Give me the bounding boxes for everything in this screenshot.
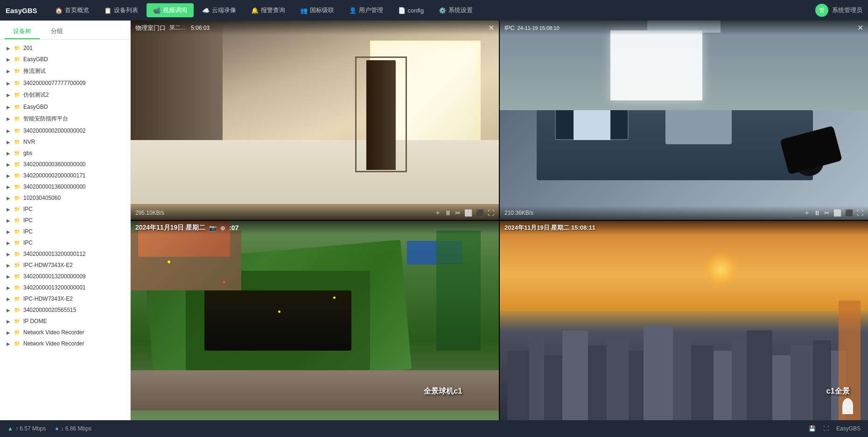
close-video-2[interactable]: ✕ <box>857 23 863 32</box>
folder-icon: 📁 <box>14 240 21 246</box>
tree-item[interactable]: ▶ 📁 102030405060 <box>0 192 130 204</box>
tree-item[interactable]: ▶ 📁 IPC <box>0 237 130 248</box>
folder-icon: 📁 <box>14 274 21 280</box>
nav-video[interactable]: 📹 视频调阅 <box>147 3 194 17</box>
nav-devices[interactable]: 📋 设备列表 <box>98 3 145 17</box>
video-cell-2: IPC24-11-19 15:08:10 ✕ 210.36KB/s ＋ ⏸ ✂ … <box>500 21 868 220</box>
topnav: EasyGBS 🏠 首页概览 📋 设备列表 📹 视频调阅 ☁️ 云端录像 🔔 报… <box>0 0 868 21</box>
tree-item[interactable]: ▶ 📁 IPC <box>0 215 130 226</box>
tree-arrow: ▶ <box>7 81 12 86</box>
fullscreen-icon-2[interactable]: ⛶ <box>857 209 863 217</box>
tree-arrow: ▶ <box>7 308 12 313</box>
tree-item[interactable]: ▶ 📁 IP DOME <box>0 316 130 327</box>
folder-icon: 📁 <box>14 162 21 168</box>
nav-settings[interactable]: ⚙️ 系统设置 <box>432 3 479 17</box>
tab-device-tree[interactable]: 设备树 <box>5 24 40 39</box>
tree-item-label: 34020000003600000000 <box>23 161 85 168</box>
tree-item[interactable]: ▶ 📁 IPC <box>0 226 130 237</box>
fullscreen-icon-1[interactable]: ⛶ <box>488 209 494 217</box>
save-icon[interactable]: 💾 <box>809 425 816 432</box>
tree-arrow: ▶ <box>7 46 12 51</box>
video-bg-2 <box>500 21 868 220</box>
video-cell-3: 2024年11月19日 星期二 📷 ⊕ :07 全景球机c1 <box>131 221 499 420</box>
tree-item-label: IPC-HDW7343X-E2 <box>23 262 73 268</box>
tree-item[interactable]: ▶ 📁 201 <box>0 42 130 54</box>
nav-home[interactable]: 🏠 首页概览 <box>49 3 96 17</box>
tree-item[interactable]: ▶ 📁 34020000020565515 <box>0 304 130 316</box>
tab-group[interactable]: 分组 <box>42 24 71 39</box>
scissors-icon-2[interactable]: ✂ <box>824 209 830 217</box>
cloud-icon: ☁️ <box>202 7 210 14</box>
home-icon: 🏠 <box>55 7 63 14</box>
video-overlay-top-4: 2024年11月19日 星期二 15:08:11 <box>500 221 868 235</box>
sidebar-tree[interactable]: ▶ 📁 201 ▶ 📁 EasyGBD ▶ 📁 推流测试 ▶ 📁 3402000… <box>0 40 130 420</box>
upload-speed: ↑ 6.57 Mbps <box>15 425 46 432</box>
tree-item-label: EasyGBD <box>23 56 48 63</box>
tree-item[interactable]: ▶ 📁 EasyGBD <box>0 101 130 113</box>
tree-item[interactable]: ▶ 📁 gbs <box>0 148 130 159</box>
nav-users-label: 用户管理 <box>359 6 383 14</box>
nav-cascade[interactable]: 👥 国标级联 <box>294 3 341 17</box>
expand-icon[interactable]: ⛶ <box>823 425 829 432</box>
tree-item[interactable]: ▶ 📁 智能安防指挥平台 <box>0 113 130 125</box>
add-icon-1[interactable]: ＋ <box>434 209 441 217</box>
nav-cloud-label: 云端录像 <box>212 6 236 14</box>
upload-icon: ▲ <box>7 425 13 432</box>
pip-icon-1[interactable]: ⬛ <box>476 209 484 217</box>
video-cell-1: 物理室门口 第二... 5:06:03 ✕ 295.10KB/s ＋ ⏸ ✂ ⬜… <box>131 21 499 220</box>
tree-item[interactable]: ▶ 📁 NVR <box>0 136 130 148</box>
tree-item[interactable]: ▶ 📁 34020000003600000000 <box>0 159 130 170</box>
snapshot-icon-1[interactable]: ⬜ <box>464 209 472 217</box>
folder-icon: 📁 <box>14 92 21 98</box>
tree-item[interactable]: ▶ 📁 EasyGBD <box>0 54 130 65</box>
nav-cloud[interactable]: ☁️ 云端录像 <box>196 3 243 17</box>
tree-item[interactable]: ▶ 📁 34020000002000000171 <box>0 170 130 181</box>
tree-item-label: 34020000013200000009 <box>23 273 85 280</box>
tree-arrow: ▶ <box>7 263 12 268</box>
tree-item[interactable]: ▶ 📁 34020000013200000001 <box>0 282 130 293</box>
tree-item[interactable]: ▶ 📁 IPC-HDW7343X-E2 <box>0 260 130 271</box>
folder-icon: 📁 <box>14 150 21 156</box>
tree-item-label: IPC <box>23 228 33 235</box>
snapshot-icon-2[interactable]: ⬜ <box>833 209 841 217</box>
close-video-1[interactable]: ✕ <box>488 23 494 32</box>
video-title-2: IPC24-11-19 15:08:10 <box>504 24 560 31</box>
video-cell-4: 2024年11月19日 星期二 15:08:11 c1全景 <box>500 221 868 420</box>
tree-item[interactable]: ▶ 📁 34020000013200000009 <box>0 271 130 282</box>
nav-users[interactable]: 👤 用户管理 <box>343 3 390 17</box>
tree-item[interactable]: ▶ 📁 Network Video Recorder <box>0 338 130 349</box>
nav-config[interactable]: 📄 config <box>392 4 431 17</box>
tree-item[interactable]: ▶ 📁 34020000077777700009 <box>0 78 130 89</box>
video-controls-2[interactable]: ＋ ⏸ ✂ ⬜ ⬛ ⛶ <box>804 209 863 217</box>
pip-icon-2[interactable]: ⬛ <box>845 209 853 217</box>
tree-item-label: 102030405060 <box>23 195 61 201</box>
tree-item[interactable]: ▶ 📁 IPC <box>0 204 130 215</box>
tree-item[interactable]: ▶ 📁 34020000002000000002 <box>0 125 130 136</box>
app-logo: EasyGBS <box>6 7 42 14</box>
tree-item[interactable]: ▶ 📁 Network Video Recorder <box>0 327 130 338</box>
pause-icon-1[interactable]: ⏸ <box>445 209 451 217</box>
tree-item[interactable]: ▶ 📁 34020000013600000000 <box>0 181 130 192</box>
config-icon: 📄 <box>398 7 406 14</box>
tree-item-label: 34020000002000000002 <box>23 127 85 134</box>
cascade-icon: 👥 <box>300 7 308 14</box>
tree-item[interactable]: ▶ 📁 仿创测试2 <box>0 89 130 101</box>
nav-alarm[interactable]: 🔔 报警查询 <box>245 3 292 17</box>
tree-item-label: NVR <box>23 139 35 145</box>
video-controls-1[interactable]: ＋ ⏸ ✂ ⬜ ⬛ ⛶ <box>434 209 494 217</box>
brand-label: EasyGBS <box>836 425 861 432</box>
pause-icon-2[interactable]: ⏸ <box>814 209 820 217</box>
tree-item[interactable]: ▶ 📁 推流测试 <box>0 65 130 78</box>
date-text-3: 2024年11月19日 星期二 <box>135 224 205 232</box>
add-icon-2[interactable]: ＋ <box>804 209 810 217</box>
tree-item[interactable]: ▶ 📁 IPC-HDW7343X-E2 <box>0 293 130 304</box>
tree-item[interactable]: ▶ 📁 34020000013200000112 <box>0 248 130 260</box>
folder-icon: 📁 <box>14 80 21 86</box>
tree-arrow: ▶ <box>7 229 12 234</box>
folder-icon: 📁 <box>14 341 21 347</box>
video-timestamp-1: 5:06:03 <box>191 25 210 31</box>
folder-icon: 📁 <box>14 318 21 324</box>
upload-status: ▲ ↑ 6.57 Mbps <box>7 425 46 432</box>
tree-item-label: IP DOME <box>23 318 47 324</box>
scissors-icon-1[interactable]: ✂ <box>455 209 461 217</box>
